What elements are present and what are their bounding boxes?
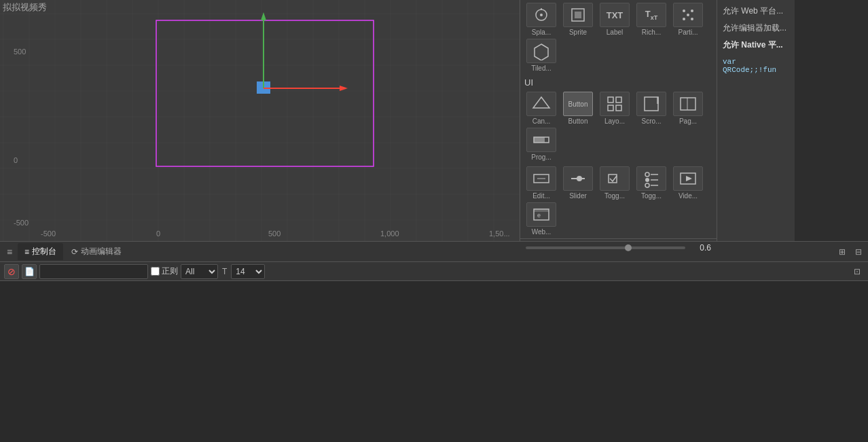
particle-icon-item[interactable]: Parti... <box>671 3 705 36</box>
slider-component-item[interactable]: Slider <box>561 166 595 200</box>
svg-point-70 <box>577 176 582 181</box>
svg-rect-62 <box>657 97 659 104</box>
slider-component-label: Slider <box>569 192 587 200</box>
tiledmap-icon-box <box>526 39 556 63</box>
svg-point-46 <box>540 14 543 16</box>
svg-text:1,50...: 1,50... <box>489 229 510 238</box>
tiledmap-icon-item[interactable]: Tiled... <box>524 39 558 72</box>
toggle-component-item[interactable]: Togg... <box>598 166 632 200</box>
svg-rect-60 <box>616 105 621 111</box>
sprite-label: Sprite <box>569 29 587 36</box>
perm-web: 允许 Web 平台... <box>717 3 795 20</box>
progressbar-component-icon <box>526 128 556 152</box>
tab-anim-editor[interactable]: ⟳ 动画编辑器 <box>65 243 128 260</box>
bottom-tab-bar: ≡ ≡ 控制台 ⟳ 动画编辑器 ⊞ ⊟ <box>0 242 868 262</box>
svg-text:500: 500 <box>14 48 26 56</box>
doc-btn[interactable]: 📄 <box>22 264 37 279</box>
svg-rect-82 <box>534 209 549 212</box>
tiledmap-label: Tiled... <box>531 65 551 72</box>
console-toolbar-right: ⊡ <box>850 265 864 278</box>
tab-menu-icon[interactable]: ≡ <box>3 245 16 259</box>
svg-text:e: e <box>537 212 541 219</box>
tab-expand-btn[interactable]: ⊞ <box>835 245 849 259</box>
splash-icon-box <box>526 3 556 27</box>
svg-rect-63 <box>681 98 695 110</box>
clear-icon: ⊘ <box>7 266 16 277</box>
svg-point-50 <box>683 10 685 12</box>
toggle-component-label: Togg... <box>604 192 625 200</box>
zoom-slider-thumb[interactable] <box>625 244 632 251</box>
editbox-component-icon <box>526 166 556 191</box>
label-label: Label <box>607 29 623 36</box>
svg-point-72 <box>645 172 649 177</box>
regex-checkbox-label[interactable]: 正则 <box>151 265 178 277</box>
search-input[interactable] <box>39 264 148 279</box>
svg-rect-49 <box>575 12 581 18</box>
videoplayer-component-item[interactable]: Vide... <box>671 166 705 200</box>
sprite-icon-box <box>563 3 593 27</box>
layout-component-item[interactable]: Layo... <box>598 92 632 125</box>
svg-rect-0 <box>0 0 520 241</box>
label-icon-item[interactable]: TXT Label <box>598 3 632 36</box>
perm-native: 允许 Native 平... <box>717 37 795 54</box>
tab-collapse-btn[interactable]: ⊟ <box>852 245 865 259</box>
scrollview-component-item[interactable]: Scro... <box>634 92 668 125</box>
tab-console[interactable]: ≡ 控制台 <box>18 243 63 260</box>
svg-text:1,000: 1,000 <box>380 229 399 238</box>
scrollview-component-label: Scro... <box>642 117 662 125</box>
progressbar-component-item[interactable]: Prog... <box>524 128 558 161</box>
webview-component-item[interactable]: e Web... <box>524 202 558 236</box>
toggle-component-icon <box>600 166 630 191</box>
svg-text:-500: -500 <box>41 229 56 238</box>
button-component-label: Button <box>568 117 588 125</box>
zoom-slider-container: 0.6 <box>520 238 717 257</box>
layout-component-label: Layo... <box>604 117 625 125</box>
font-size-select[interactable]: 14 12 16 <box>231 264 265 279</box>
console-maximize-btn[interactable]: ⊡ <box>850 265 864 278</box>
svg-point-54 <box>691 18 693 20</box>
canvas-component-label: Can... <box>532 117 551 125</box>
editbox-component-item[interactable]: Edit... <box>524 166 558 200</box>
tab-console-icon: ≡ <box>24 247 29 257</box>
component-panel: Spla... Sprite TXT Label TxT <box>520 0 717 241</box>
videoplayer-component-label: Vide... <box>679 192 698 200</box>
webview-component-label: Web... <box>532 228 551 236</box>
richtext-icon-item[interactable]: TxT Rich... <box>634 3 668 36</box>
slider-component-icon <box>563 166 593 191</box>
tab-console-label: 控制台 <box>32 246 56 257</box>
doc-icon: 📄 <box>24 267 35 276</box>
splash-icon-item[interactable]: Spla... <box>524 3 558 36</box>
particle-icon-box <box>673 3 703 27</box>
svg-rect-59 <box>608 105 613 111</box>
clear-btn[interactable]: ⊘ <box>4 264 19 279</box>
videoplayer-component-icon <box>673 166 703 191</box>
log-level-select[interactable]: All Log Warn Error <box>181 264 218 279</box>
richtext-label: Rich... <box>642 29 661 36</box>
svg-text:0: 0 <box>156 229 160 238</box>
canvas-component-item[interactable]: Can... <box>524 92 558 125</box>
scrollview-component-icon <box>636 92 666 116</box>
regex-label: 正则 <box>162 265 178 277</box>
particle-label: Parti... <box>679 29 698 36</box>
pageview-component-label: Pag... <box>679 117 697 125</box>
editbox-component-label: Edit... <box>532 192 550 200</box>
tab-anim-label: 动画编辑器 <box>81 246 122 257</box>
console-output <box>0 281 868 442</box>
togglegroup-component-item[interactable]: Togg... <box>634 166 668 200</box>
ui-icons-row2: Edit... Slider <box>520 164 717 238</box>
code-snippet: var QRCode;;!fun <box>717 54 795 78</box>
canvas-component-icon <box>526 92 556 116</box>
perm-editor-addon: 允许编辑器加载... <box>717 20 795 37</box>
svg-marker-55 <box>535 44 548 60</box>
button-component-item[interactable]: Button Button <box>561 92 595 125</box>
zoom-slider-track[interactable] <box>526 246 685 249</box>
ui-section-label: UI <box>520 75 717 89</box>
sprite-icon-item[interactable]: Sprite <box>561 3 595 36</box>
regex-checkbox[interactable] <box>151 267 160 276</box>
pageview-component-item[interactable]: Pag... <box>671 92 705 125</box>
pageview-component-icon <box>673 92 703 116</box>
svg-rect-58 <box>616 97 621 103</box>
toolbar-separator: T <box>221 267 228 276</box>
svg-marker-56 <box>533 97 549 108</box>
button-component-icon: Button <box>563 92 593 116</box>
